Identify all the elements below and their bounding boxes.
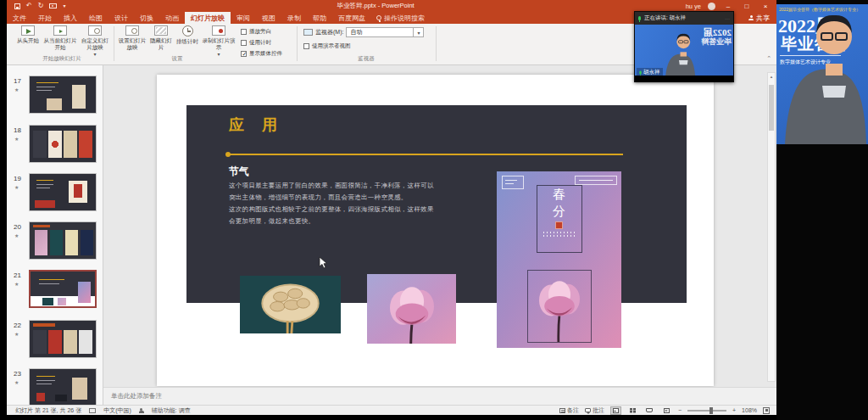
checkbox-icon xyxy=(241,40,247,46)
setup-slideshow-button[interactable]: 设置幻灯片放映 xyxy=(117,25,147,50)
play-narrations-checkbox[interactable]: 播放旁白 xyxy=(241,28,271,36)
slide-number: 21 xyxy=(14,272,21,279)
titlebar-right: hu ye – □ × xyxy=(686,3,776,10)
collapse-ribbon-icon[interactable]: ⌃ xyxy=(766,55,771,62)
share-button[interactable]: 共享 xyxy=(742,12,776,24)
use-presenter-view-checkbox[interactable]: 使用演示者视图 xyxy=(303,42,351,50)
thumbnail-slide-21-selected[interactable]: 21 ★ xyxy=(7,270,103,312)
vertical-scrollbar[interactable]: ▴ xyxy=(767,72,776,382)
tab-slideshow[interactable]: 幻灯片放映 xyxy=(185,12,231,24)
accessibility-status[interactable]: 辅助功能: 调查 xyxy=(152,406,191,415)
rehearse-timings-icon xyxy=(182,25,193,36)
dumpling-plate-image[interactable] xyxy=(240,276,341,333)
group-label-start: 开始放映幻灯片 xyxy=(12,55,112,63)
thumbnail-slide-19[interactable]: 19 ★ xyxy=(7,173,103,216)
status-bar: 幻灯片 第 21 张, 共 26 张 中文(中国) 辅助功能: 调查 备注 批注… xyxy=(7,405,776,415)
slideshow-view-icon xyxy=(664,408,670,413)
scroll-up-icon[interactable]: ▴ xyxy=(771,74,773,79)
show-media-controls-checkbox[interactable]: 显示媒体控件 xyxy=(241,50,282,58)
meeting-overlay-window[interactable]: 正在讲话: 胡永祥 ··· 2022届 毕业答辩 胡永祥 xyxy=(634,11,734,82)
body-text-line: 这次的构图版式也相较于之前的更整体，四张海报版式相似，这样效果 xyxy=(229,205,434,214)
checkbox-icon xyxy=(303,43,309,49)
tab-insert[interactable]: 插入 xyxy=(58,12,83,24)
setup-slideshow-label: 设置幻灯片放映 xyxy=(117,37,147,50)
start-slideshow-icon[interactable] xyxy=(49,3,57,8)
thumbnail-slide-20[interactable]: 20 ★ xyxy=(7,221,103,264)
tab-view[interactable]: 视图 xyxy=(256,12,281,24)
share-person-icon xyxy=(748,15,754,20)
scrollbar-thumb[interactable] xyxy=(769,85,774,131)
thumbnail-slide-23[interactable]: 23 ★ xyxy=(7,368,103,405)
animation-star-icon: ★ xyxy=(14,331,19,337)
from-current-slide-button[interactable]: 从当前幻灯片开始 xyxy=(42,25,78,50)
slide-sorter-view-button[interactable] xyxy=(627,406,638,415)
chunfen-poster-image[interactable]: 春 分 xyxy=(497,171,621,348)
zoom-level[interactable]: 108% xyxy=(742,407,757,413)
notes-toggle-button[interactable]: 备注 xyxy=(559,406,579,415)
zoom-out-button[interactable]: − xyxy=(678,407,682,413)
flower-photo-image[interactable] xyxy=(367,274,456,344)
account-avatar[interactable] xyxy=(708,3,715,10)
meeting-overlay-header[interactable]: 正在讲话: 胡永祥 ··· xyxy=(635,12,733,25)
use-timings-label: 使用计时 xyxy=(249,39,271,47)
comment-icon xyxy=(585,408,591,412)
thumbnail-slide-17[interactable]: 17 ★ xyxy=(7,76,103,118)
tab-file[interactable]: 文件 xyxy=(7,12,32,24)
show-media-controls-label: 显示媒体控件 xyxy=(249,50,282,58)
redo-icon[interactable]: ↻ xyxy=(38,3,44,9)
thumbnail-slide-18[interactable]: 18 ★ xyxy=(7,125,103,167)
animation-star-icon: ★ xyxy=(14,136,19,142)
participant-name: 胡永祥 xyxy=(643,69,660,76)
group-monitors: 监视器(M): 自动 ▾ 使用演示者视图 监视器 xyxy=(298,24,434,64)
notes-pane[interactable]: 单击此处添加备注 xyxy=(103,387,776,405)
tab-design[interactable]: 设计 xyxy=(108,12,134,24)
close-button[interactable]: × xyxy=(760,3,771,10)
group-start-slideshow: 从头开始 从当前幻灯片开始 自定义幻灯片放映 ▾ 开始放映幻灯片 xyxy=(12,24,112,64)
comments-toggle-button[interactable]: 批注 xyxy=(585,406,604,415)
maximize-button[interactable]: □ xyxy=(741,3,753,10)
monitor-dropdown[interactable]: 自动 ▾ xyxy=(346,27,424,37)
normal-view-button[interactable] xyxy=(610,406,621,415)
undo-icon[interactable]: ↶ xyxy=(26,3,32,9)
slide-number: 23 xyxy=(14,370,21,378)
reading-view-button[interactable] xyxy=(644,406,655,415)
language-indicator[interactable]: 中文(中国) xyxy=(103,406,131,415)
zoom-slider-handle[interactable] xyxy=(709,407,713,414)
custom-slideshow-icon xyxy=(88,25,102,36)
tab-record[interactable]: 录制 xyxy=(281,12,307,24)
zoom-in-button[interactable]: + xyxy=(732,407,736,413)
display-settings-icon[interactable] xyxy=(89,408,96,413)
thumbnail-slide-22[interactable]: 22 ★ xyxy=(7,320,103,362)
stage-video[interactable]: 2022届毕业答辩（数字媒体艺术设计专业） 2022届 毕业答辩 数字媒体艺术设… xyxy=(776,4,868,144)
record-slideshow-button[interactable]: 录制幻灯片演示 ▾ xyxy=(202,25,236,59)
slide-canvas[interactable]: 应 用 节气 这个项目最主要运用了留白的效果，画面很简洁，干净利落，这样可以 突… xyxy=(157,75,714,386)
poster-caption-row xyxy=(543,235,576,237)
share-label: 共享 xyxy=(756,14,770,23)
group-label-setup: 设置 xyxy=(115,55,239,63)
tab-review[interactable]: 审阅 xyxy=(231,12,256,24)
account-name[interactable]: hu ye xyxy=(686,3,701,10)
custom-slideshow-button[interactable]: 自定义幻灯片放映 ▾ xyxy=(80,25,110,59)
participant-name-tag: 胡永祥 xyxy=(637,68,663,77)
from-beginning-button[interactable]: 从头开始 xyxy=(15,25,41,44)
tab-help[interactable]: 帮助 xyxy=(307,12,332,24)
tab-draw[interactable]: 绘图 xyxy=(83,12,108,24)
quick-access-toolbar: ↶ ↻ ▾ xyxy=(7,3,65,9)
tab-baidu-netdisk[interactable]: 百度网盘 xyxy=(332,12,371,24)
tab-animations[interactable]: 动画 xyxy=(159,12,185,24)
tab-home[interactable]: 开始 xyxy=(32,12,58,24)
tell-me-search[interactable]: 操作说明搜索 xyxy=(371,12,430,24)
zoom-slider[interactable] xyxy=(687,410,726,412)
minimize-button[interactable]: – xyxy=(722,3,734,10)
tab-transitions[interactable]: 切换 xyxy=(134,12,159,24)
slideshow-view-button[interactable] xyxy=(661,406,672,415)
title-underline xyxy=(229,154,623,155)
save-icon[interactable] xyxy=(14,3,20,9)
hide-slide-button[interactable]: 隐藏幻灯片 xyxy=(149,25,173,50)
overlay-options-icon[interactable]: ··· xyxy=(725,16,730,21)
slide-number: 19 xyxy=(14,175,21,182)
fit-to-window-icon[interactable] xyxy=(763,407,770,414)
rehearse-timings-button[interactable]: 排练计时 xyxy=(175,25,200,45)
use-timings-checkbox[interactable]: 使用计时 xyxy=(241,39,271,47)
thumbnail-art xyxy=(29,125,97,163)
